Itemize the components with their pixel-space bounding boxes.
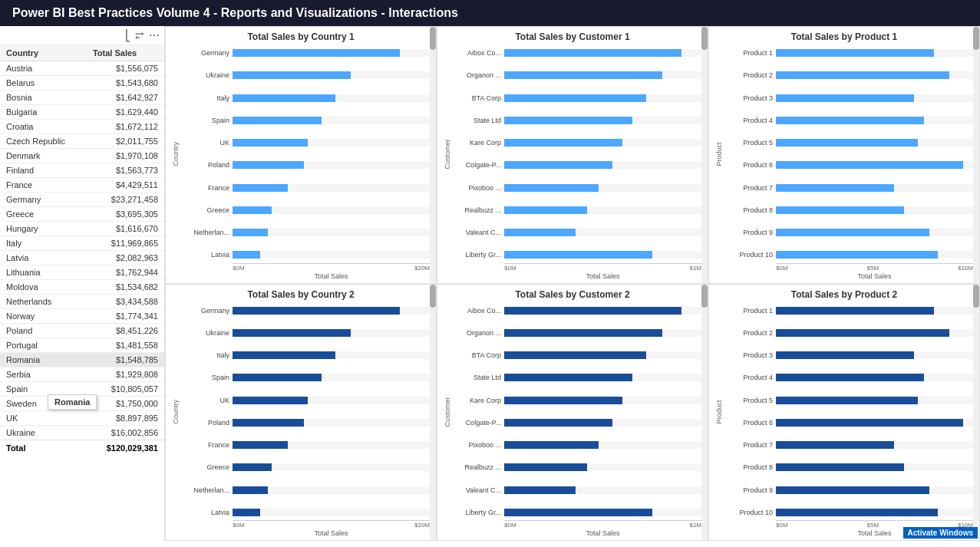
data-table-container[interactable]: Country Total Sales Austria$1,556,075Bel… bbox=[0, 45, 164, 541]
sales-value: $8,451,226 bbox=[87, 324, 164, 338]
total-label: Total bbox=[0, 440, 87, 456]
bar-fill bbox=[504, 161, 612, 169]
bar-track bbox=[776, 49, 973, 57]
bar-track bbox=[233, 397, 430, 404]
bar-track bbox=[776, 229, 973, 236]
bar-row: Product 1 bbox=[726, 305, 973, 317]
sales-value: $2,011,755 bbox=[87, 134, 164, 149]
bar-label: Colgate-P... bbox=[454, 161, 504, 169]
vertical-scrollbar-1[interactable] bbox=[701, 27, 708, 283]
bar-fill bbox=[504, 509, 652, 516]
bar-row: Product 4 bbox=[726, 371, 973, 384]
table-row[interactable]: Czech Republic$2,011,755 bbox=[0, 134, 164, 149]
bar-track bbox=[233, 251, 430, 259]
app-title: Power BI Best Practices Volume 4 - Repor… bbox=[12, 6, 458, 19]
bar-label: BTA Corp bbox=[454, 351, 504, 359]
bar-row: State Ltd bbox=[454, 114, 701, 127]
table-row[interactable]: Denmark$1,970,108 bbox=[0, 149, 164, 163]
bar-label: Realbuzz ... bbox=[454, 206, 504, 214]
bar-fill bbox=[776, 486, 929, 494]
bar-track bbox=[776, 374, 973, 381]
y-axis-label-0: Country bbox=[172, 45, 183, 263]
bar-fill bbox=[776, 441, 894, 449]
col-country[interactable]: Country bbox=[0, 45, 87, 61]
bar-track bbox=[776, 206, 973, 214]
bars-section-1: Aibox Co...Organon ...BTA CorpState LtdK… bbox=[454, 45, 701, 263]
chart-title-1: Total Sales by Customer 1 bbox=[444, 31, 701, 42]
col-total-sales[interactable]: Total Sales bbox=[87, 45, 164, 61]
table-row[interactable]: France$4,429,511 bbox=[0, 178, 164, 193]
bar-track bbox=[233, 307, 430, 315]
bar-fill bbox=[233, 184, 288, 192]
bar-label: Product 10 bbox=[726, 509, 776, 516]
bar-label: Product 6 bbox=[726, 161, 776, 169]
table-row[interactable]: Croatia$1,672,112 bbox=[0, 120, 164, 134]
table-row[interactable]: Moldova$1,534,682 bbox=[0, 280, 164, 295]
vertical-scrollbar-0[interactable] bbox=[430, 27, 436, 283]
bar-track bbox=[233, 329, 430, 337]
expand-icon[interactable]: ⥂ bbox=[135, 29, 144, 41]
table-row[interactable]: Italy$11,969,865 bbox=[0, 236, 164, 251]
table-row[interactable]: Ukraine$16,002,856 bbox=[0, 426, 164, 440]
bar-track bbox=[233, 139, 430, 147]
table-row[interactable]: Norway$1,774,341 bbox=[0, 309, 164, 324]
table-row[interactable]: Latvia$2,082,963 bbox=[0, 251, 164, 265]
bar-row: Product 2 bbox=[726, 327, 973, 339]
bar-label: Product 8 bbox=[726, 463, 776, 471]
bar-row: Organon ... bbox=[454, 69, 701, 81]
bar-label: Ukraine bbox=[183, 329, 233, 337]
table-row[interactable]: Poland$8,451,226 bbox=[0, 324, 164, 338]
country-name: UK bbox=[0, 411, 87, 426]
country-name: Poland bbox=[0, 324, 87, 338]
table-row[interactable]: Serbia$1,929,808 bbox=[0, 367, 164, 382]
bar-row: Netherlan... bbox=[183, 484, 430, 496]
chart-cell-1: Total Sales by Customer 1CustomerAibox C… bbox=[437, 26, 708, 284]
bar-label: Product 8 bbox=[726, 206, 776, 214]
table-row[interactable]: Bulgaria$1,629,440 bbox=[0, 105, 164, 120]
bar-row: Valeant C... bbox=[454, 226, 701, 239]
table-row[interactable]: Portugal$1,481,558 bbox=[0, 338, 164, 353]
country-name: Romania bbox=[0, 353, 87, 367]
bar-row: BTA Corp bbox=[454, 92, 701, 104]
table-row[interactable]: Germany$23,271,458 bbox=[0, 193, 164, 207]
table-row[interactable]: Belarus$1,543,680 bbox=[0, 76, 164, 91]
vertical-scrollbar-4[interactable] bbox=[701, 285, 708, 541]
table-row[interactable]: UK$8,897,895 bbox=[0, 411, 164, 426]
country-name: Latvia bbox=[0, 251, 87, 265]
table-row[interactable]: Netherlands$3,434,588 bbox=[0, 295, 164, 309]
country-name: Bulgaria bbox=[0, 105, 87, 120]
bar-track bbox=[776, 397, 973, 404]
vertical-scrollbar-5[interactable] bbox=[973, 285, 979, 541]
more-options-icon[interactable]: ⋯ bbox=[149, 29, 160, 41]
bar-fill bbox=[504, 329, 662, 337]
bar-row: Product 10 bbox=[726, 249, 973, 261]
bar-track bbox=[776, 441, 973, 449]
table-row[interactable]: Bosnia$1,642,927 bbox=[0, 91, 164, 105]
chart-cell-4: Total Sales by Customer 2CustomerAibox C… bbox=[437, 284, 708, 542]
total-value: $120,029,381 bbox=[87, 440, 164, 456]
chart-cell-2: Total Sales by Product 1ProductProduct 1… bbox=[708, 26, 980, 284]
bar-label: Product 2 bbox=[726, 329, 776, 337]
bar-label: Organon ... bbox=[454, 329, 504, 337]
filter-icon[interactable]: ⎣ bbox=[125, 29, 130, 41]
bar-row: Product 5 bbox=[726, 137, 973, 149]
table-row[interactable]: Hungary$1,616,670 bbox=[0, 222, 164, 236]
vertical-scrollbar-2[interactable] bbox=[973, 27, 979, 283]
bars-section-0: GermanyUkraineItalySpainUKPolandFranceGr… bbox=[183, 45, 430, 263]
bar-track bbox=[776, 329, 973, 337]
bar-row: Product 3 bbox=[726, 349, 973, 361]
country-name: Austria bbox=[0, 61, 87, 76]
bar-row: Kare Corp bbox=[454, 137, 701, 149]
bar-fill bbox=[504, 49, 681, 57]
bar-label: Product 5 bbox=[726, 139, 776, 147]
bar-row: Product 6 bbox=[726, 159, 973, 171]
bar-track bbox=[233, 161, 430, 169]
table-row[interactable]: Finland$1,563,773 bbox=[0, 163, 164, 178]
table-row[interactable]: Greece$3,695,305 bbox=[0, 207, 164, 222]
vertical-scrollbar-3[interactable] bbox=[430, 285, 436, 541]
table-row[interactable]: Romania$1,548,785 bbox=[0, 353, 164, 367]
bar-track bbox=[504, 509, 701, 516]
table-row[interactable]: Lithuania$1,762,944 bbox=[0, 265, 164, 280]
chart-area-2: ProductProduct 1Product 2Product 3Produc… bbox=[715, 45, 973, 263]
table-row[interactable]: Austria$1,556,075 bbox=[0, 61, 164, 76]
